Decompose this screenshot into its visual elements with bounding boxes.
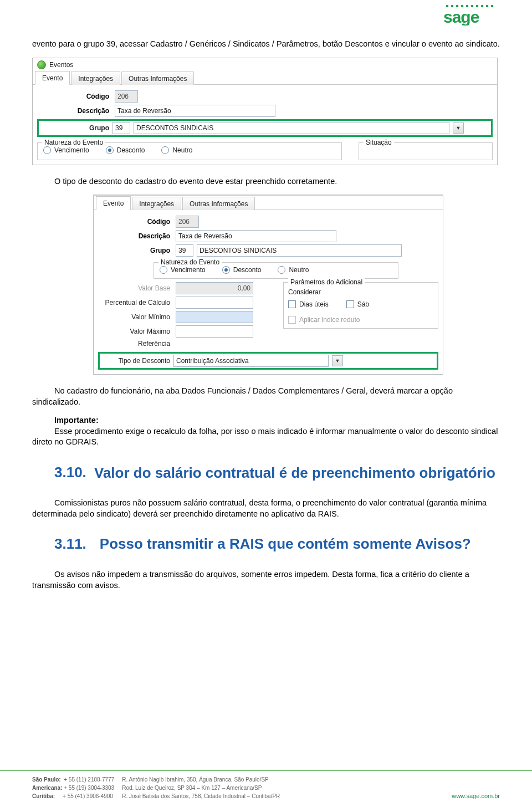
tab-integracoes[interactable]: Integrações — [71, 71, 120, 85]
label-considerar: Considerar — [288, 288, 433, 296]
field-grupo-num[interactable]: 39 — [112, 122, 130, 134]
label-grupo: Grupo — [40, 124, 109, 132]
field-descricao[interactable]: Taxa de Reversão — [115, 105, 275, 117]
label-descricao: Descrição — [37, 107, 111, 115]
label-vencimento: Vencimento — [54, 146, 89, 154]
field-grupo-desc[interactable]: DESCONTOS SINDICAIS — [134, 122, 449, 134]
field-percentual[interactable] — [176, 297, 253, 309]
label-referencia: Referência — [98, 340, 172, 348]
page-footer: São Paulo: + 55 (11) 2188-7777 Americana… — [0, 770, 532, 802]
screenshot-eventos-1: Eventos Evento Integrações Outras Inform… — [32, 58, 498, 165]
window-title: Eventos — [49, 61, 73, 69]
paragraph-3-10: Comissionistas puros não possuem salário… — [32, 498, 500, 519]
label-valor-max: Valor Máximo — [98, 328, 172, 335]
svg-point-5 — [471, 5, 474, 8]
radio-vencimento[interactable] — [43, 146, 51, 154]
heading-3-10: 3.10.Valor do salário contratual é de pr… — [54, 462, 500, 483]
svg-point-8 — [486, 5, 489, 8]
tab-outras-informacoes-2[interactable]: Outras Informações — [182, 197, 255, 210]
checkbox-aplicar-indice[interactable] — [288, 316, 296, 324]
tab-integracoes-2[interactable]: Integrações — [132, 197, 181, 210]
groupbox-natureza-title: Natureza do Evento — [42, 139, 105, 146]
svg-point-6 — [476, 5, 479, 8]
checkbox-dias-uteis[interactable] — [288, 300, 296, 308]
groupbox-param-adicional-title: Parâmetros do Adicional — [288, 278, 365, 286]
radio-vencimento-2[interactable] — [160, 266, 167, 274]
field-valor-base[interactable]: 0,00 — [176, 282, 253, 294]
label-codigo-2: Código — [98, 218, 172, 226]
label-descricao-2: Descrição — [98, 232, 172, 240]
svg-point-9 — [491, 5, 494, 8]
svg-point-7 — [481, 5, 484, 8]
footer-site-url: www.sage.com.br — [452, 793, 500, 799]
field-codigo-2[interactable]: 206 — [176, 216, 199, 228]
field-grupo-num-2[interactable]: 39 — [176, 244, 193, 257]
label-desconto: Desconto — [117, 146, 145, 154]
field-grupo-desc-2[interactable]: DESCONTOS SINDICAIS — [197, 244, 402, 257]
paragraph-intro: evento para o grupo 39, acessar Cadastro… — [32, 39, 500, 50]
tab-evento[interactable]: Evento — [35, 71, 70, 85]
paragraph-funcionario: No cadastro do funcionário, na aba Dados… — [32, 386, 500, 407]
app-icon — [37, 60, 46, 69]
radio-neutro[interactable] — [161, 146, 169, 154]
svg-point-1 — [451, 5, 454, 8]
screenshot-eventos-2: Evento Integrações Outras Informações Có… — [93, 195, 443, 375]
label-grupo-2: Grupo — [98, 247, 172, 254]
svg-text:sage: sage — [443, 8, 479, 25]
label-percentual: Percentual de Cálculo — [98, 299, 172, 307]
paragraph-3-11: Os avisos não impedem a transmissão do a… — [32, 569, 500, 591]
radio-desconto[interactable] — [106, 146, 114, 154]
highlight-grupo: Grupo 39 DESCONTOS SINDICAIS ▼ — [37, 119, 493, 137]
tipo-desconto-dropdown-button[interactable]: ▼ — [332, 355, 343, 366]
field-valor-maximo[interactable] — [176, 325, 253, 338]
label-tipo-desconto: Tipo de Desconto — [101, 357, 170, 365]
field-codigo[interactable]: 206 — [115, 90, 138, 103]
heading-3-11: 3.11.Posso transmitir a RAIS que contém … — [54, 534, 500, 555]
grupo-dropdown-button[interactable]: ▼ — [453, 122, 464, 134]
groupbox-natureza-title-2: Natureza do Evento — [158, 258, 222, 266]
label-valor-base: Valor Base — [98, 284, 172, 292]
sage-logo: sage — [442, 2, 500, 25]
paragraph-importante: Importante: Esse procedimento exige o re… — [32, 415, 500, 448]
svg-point-4 — [466, 5, 469, 8]
label-codigo: Código — [37, 93, 111, 100]
radio-desconto-2[interactable] — [222, 266, 230, 274]
field-tipo-desconto[interactable]: Contribuição Associativa — [173, 355, 329, 367]
tab-evento-2[interactable]: Evento — [96, 196, 131, 210]
field-valor-minimo[interactable] — [176, 311, 253, 323]
radio-neutro-2[interactable] — [278, 266, 285, 274]
svg-point-3 — [461, 5, 464, 8]
svg-point-0 — [446, 5, 449, 8]
tab-outras-informacoes[interactable]: Outras Informações — [121, 71, 194, 85]
checkbox-sab[interactable] — [346, 300, 354, 308]
groupbox-situacao-title: Situação — [364, 139, 394, 146]
field-descricao-2[interactable]: Taxa de Reversão — [176, 230, 336, 242]
label-valor-min: Valor Mínimo — [98, 313, 172, 321]
paragraph-tipo-desconto: O tipo de desconto do cadastro do evento… — [32, 176, 500, 187]
label-neutro: Neutro — [172, 146, 192, 154]
svg-point-2 — [456, 5, 459, 8]
